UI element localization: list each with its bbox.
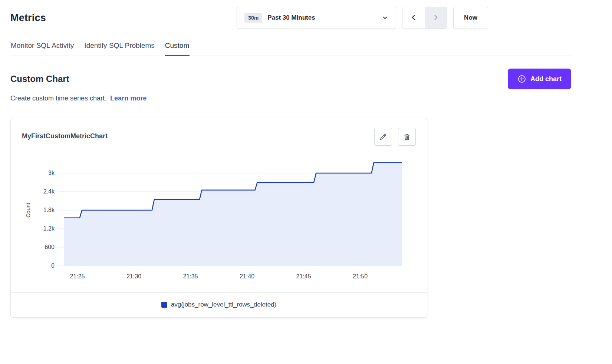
time-range-badge: 30m: [244, 13, 262, 23]
svg-text:1.2k: 1.2k: [43, 225, 55, 232]
svg-text:1.8k: 1.8k: [43, 207, 55, 213]
edit-chart-button[interactable]: [374, 128, 392, 146]
tab-custom[interactable]: Custom: [165, 39, 190, 56]
now-button[interactable]: Now: [453, 7, 488, 29]
section-title: Custom Chart: [10, 74, 69, 84]
metrics-page: Metrics 30m Past 30 Minutes: [0, 0, 612, 332]
learn-more-link[interactable]: Learn more: [110, 95, 147, 102]
svg-text:21:50: 21:50: [353, 273, 368, 279]
time-controls: 30m Past 30 Minutes Now: [237, 7, 488, 29]
prev-time-button[interactable]: [402, 7, 425, 29]
custom-metric-chart: 06001.2k1.8k2.4k3k21:2521:3021:3521:4021…: [22, 151, 416, 286]
add-chart-button[interactable]: Add chart: [508, 69, 571, 89]
svg-text:0: 0: [51, 262, 55, 269]
time-pager: [402, 7, 447, 29]
svg-text:3k: 3k: [48, 170, 55, 176]
chart-legend: avg(jobs_row_level_ttl_rows_deleted): [11, 292, 427, 317]
chart-title: MyFirstCustomMetricChart: [22, 128, 108, 140]
svg-text:21:25: 21:25: [70, 273, 85, 279]
chevron-right-icon: [432, 14, 440, 22]
legend-swatch: [161, 302, 167, 308]
pencil-icon: [379, 133, 387, 141]
legend-label: avg(jobs_row_level_ttl_rows_deleted): [171, 301, 276, 308]
time-range-label: Past 30 Minutes: [267, 14, 315, 21]
svg-text:21:45: 21:45: [296, 273, 311, 279]
trash-icon: [403, 133, 411, 141]
chart-card: MyFirstCustomMetricChart 06001.2k1.8k2.4…: [10, 118, 427, 318]
tab-identify-sql-problems[interactable]: Identify SQL Problems: [84, 39, 155, 56]
header: Metrics 30m Past 30 Minutes: [10, 7, 571, 29]
custom-chart-section-head: Custom Chart Add chart: [10, 69, 571, 89]
svg-text:2.4k: 2.4k: [43, 188, 55, 195]
chart-card-head: MyFirstCustomMetricChart: [22, 128, 416, 146]
next-time-button[interactable]: [425, 7, 447, 29]
chevron-down-icon: [382, 14, 388, 21]
time-range-dropdown[interactable]: 30m Past 30 Minutes: [237, 7, 396, 29]
svg-text:Count: Count: [25, 202, 31, 218]
svg-text:21:35: 21:35: [183, 273, 198, 279]
delete-chart-button[interactable]: [398, 128, 416, 146]
svg-text:600: 600: [45, 244, 55, 250]
svg-text:21:30: 21:30: [126, 273, 141, 279]
tab-bar: Monitor SQL Activity Identify SQL Proble…: [10, 39, 571, 56]
plus-circle-icon: [517, 75, 526, 83]
svg-text:21:40: 21:40: [240, 273, 254, 279]
chart-card-actions: [374, 128, 416, 146]
chevron-left-icon: [410, 14, 417, 22]
page-title: Metrics: [10, 12, 46, 24]
section-subtitle-row: Create custom time series chart. Learn m…: [10, 95, 571, 102]
tab-monitor-sql-activity[interactable]: Monitor SQL Activity: [10, 39, 74, 56]
add-chart-label: Add chart: [530, 75, 562, 83]
section-subtitle: Create custom time series chart.: [10, 95, 106, 102]
